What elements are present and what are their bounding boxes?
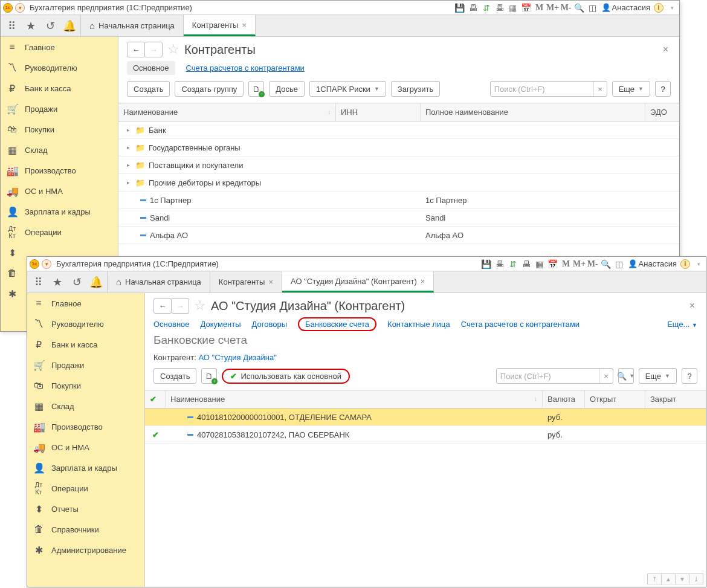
apps-icon[interactable]: ⠿ (31, 276, 45, 289)
zoom-icon[interactable]: 🔍 (575, 3, 584, 13)
folder-row[interactable]: ▸📁Прочие дебиторы и кредиторы (118, 174, 679, 192)
folder-row[interactable]: ▸📁Государственные органы (118, 139, 679, 157)
nav-production[interactable]: 🏭Производство (27, 416, 144, 437)
close-icon[interactable]: × (242, 21, 247, 30)
nav-purchases[interactable]: 🛍Покупки (1, 119, 118, 140)
account-row[interactable]: ✔ 40702810538120107242, ПАО СБЕРБАНК руб… (145, 426, 706, 444)
calc-icon[interactable]: ▦ (535, 259, 544, 269)
save-icon[interactable]: 💾 (455, 3, 465, 13)
help-button[interactable]: ? (655, 81, 671, 97)
nav-main[interactable]: ≡Главное (1, 37, 118, 57)
history-icon[interactable]: ↺ (43, 19, 57, 33)
nav-operations[interactable]: ДтКтОперации (27, 478, 144, 499)
create-button[interactable]: Создать (127, 81, 170, 97)
panels-icon[interactable]: ◫ (615, 259, 624, 269)
print-icon[interactable]: 🖶 (468, 3, 478, 13)
favorite-icon[interactable]: ★ (24, 19, 38, 33)
print2-icon[interactable]: 🖶 (495, 3, 505, 13)
notifications-icon[interactable]: 🔔 (62, 19, 77, 33)
nav-hr[interactable]: 👤Зарплата и кадры (1, 201, 118, 222)
nav-admin[interactable]: ✱Администрирование (27, 540, 144, 560)
search-button[interactable]: 🔍▼ (618, 368, 634, 384)
scroll-down-button[interactable]: ▼ (675, 573, 689, 584)
create-from-button[interactable]: 🗋 (248, 81, 264, 97)
dropdown-icon[interactable]: ▾ (42, 259, 51, 269)
item-row[interactable]: 1с Партнер 1с Партнер (118, 192, 679, 209)
nav-reports[interactable]: ⬍Отчеты (27, 499, 144, 519)
item-row[interactable]: Альфа АО Альфа АО (118, 227, 679, 244)
zoom-icon[interactable]: 🔍 (601, 259, 611, 269)
contractor-link[interactable]: АО "Студия Дизайна" (198, 353, 276, 362)
tab-contractor-card[interactable]: АО "Студия Дизайна" (Контрагент)× (282, 271, 434, 292)
user-menu[interactable]: 👤 Анастасия (628, 259, 677, 268)
panels-icon[interactable]: ◫ (588, 3, 598, 13)
dossier-button[interactable]: Досье (269, 81, 305, 97)
subtab-contacts[interactable]: Контактные лица (387, 317, 450, 331)
memory-m[interactable]: M (535, 3, 544, 13)
print2-icon[interactable]: 🖶 (521, 259, 531, 269)
apps-icon[interactable]: ⠿ (4, 19, 19, 33)
tab-contractors[interactable]: Контрагенты× (210, 271, 282, 292)
nav-purchases[interactable]: 🛍Покупки (27, 375, 144, 396)
nav-sales[interactable]: 🛒Продажи (1, 99, 118, 119)
nav-manager[interactable]: 〽Руководителю (27, 314, 144, 334)
subtab-accounts[interactable]: Счета расчетов с контрагентами (461, 317, 579, 331)
nav-manager[interactable]: 〽Руководителю (1, 57, 118, 78)
memory-m[interactable]: M (561, 259, 571, 269)
user-menu[interactable]: 👤 Анастасия (601, 3, 650, 12)
upload-button[interactable]: Загрузить (391, 81, 440, 97)
create-button[interactable]: Создать (153, 368, 196, 384)
nav-bank[interactable]: ₽Банк и касса (27, 334, 144, 355)
info-icon[interactable]: i (680, 259, 690, 269)
clear-search-icon[interactable]: × (593, 82, 607, 96)
subtab-contracts[interactable]: Договоры (252, 317, 287, 331)
subtab-main[interactable]: Основное (127, 61, 175, 75)
nav-catalogs[interactable]: 🗑Справочники (27, 519, 144, 540)
nav-warehouse[interactable]: ▦Склад (27, 396, 144, 416)
folder-row[interactable]: ▸📁Банк (118, 121, 679, 139)
compare-icon[interactable]: ⇵ (482, 3, 491, 13)
compare-icon[interactable]: ⇵ (508, 259, 518, 269)
scroll-bottom-button[interactable]: ⤓ (689, 573, 703, 584)
scroll-top-button[interactable]: ⤒ (647, 573, 662, 584)
nav-warehouse[interactable]: ▦Склад (1, 140, 118, 160)
tab-home[interactable]: ⌂Начальная страница (108, 271, 210, 292)
spark-button[interactable]: 1СПАРК Риски▼ (309, 81, 386, 97)
titlebar-chevron-icon[interactable]: ▾ (694, 259, 703, 269)
subtab-bank-accounts[interactable]: Банковские счета (298, 317, 376, 331)
forward-button[interactable]: → (144, 42, 163, 57)
star-icon[interactable]: ☆ (194, 298, 206, 314)
info-icon[interactable]: i (654, 3, 663, 13)
search-input[interactable]: × (496, 368, 613, 384)
nav-operations[interactable]: ДтКтОперации (1, 222, 118, 242)
account-row[interactable]: 40101810200000010001, ОТДЕЛЕНИЕ САМАРА р… (145, 409, 706, 426)
nav-assets[interactable]: 🚚ОС и НМА (1, 181, 118, 201)
favorite-icon[interactable]: ★ (50, 276, 65, 289)
page-close-icon[interactable]: × (689, 300, 695, 311)
back-button[interactable]: ← (127, 42, 145, 57)
nav-bank[interactable]: ₽Банк и касса (1, 78, 118, 99)
close-icon[interactable]: × (421, 277, 425, 286)
save-icon[interactable]: 💾 (482, 259, 491, 269)
nav-hr[interactable]: 👤Зарплата и кадры (27, 457, 144, 478)
nav-sales[interactable]: 🛒Продажи (27, 355, 144, 375)
more-button[interactable]: Еще▼ (639, 368, 677, 384)
create-from-button[interactable]: 🗋 (201, 368, 217, 384)
memory-mplus[interactable]: M+ (575, 259, 584, 269)
page-close-icon[interactable]: × (663, 44, 668, 55)
item-row[interactable]: Sandi Sandi (118, 209, 679, 227)
close-icon[interactable]: × (268, 277, 273, 286)
clear-search-icon[interactable]: × (599, 369, 613, 383)
history-icon[interactable]: ↺ (69, 276, 84, 289)
create-group-button[interactable]: Создать группу (175, 81, 244, 97)
tab-contractors[interactable]: Контрагенты× (184, 15, 256, 36)
print-icon[interactable]: 🖶 (495, 259, 505, 269)
nav-main[interactable]: ≡Главное (27, 293, 144, 314)
calendar-icon[interactable]: 📅 (521, 3, 531, 13)
forward-button[interactable]: → (171, 298, 189, 314)
folder-row[interactable]: ▸📁Поставщики и покупатели (118, 157, 679, 174)
subtab-accounts[interactable]: Счета расчетов с контрагентами (186, 61, 305, 75)
subtab-main[interactable]: Основное (153, 317, 190, 331)
calc-icon[interactable]: ▦ (508, 3, 518, 13)
nav-production[interactable]: 🏭Производство (1, 160, 118, 181)
